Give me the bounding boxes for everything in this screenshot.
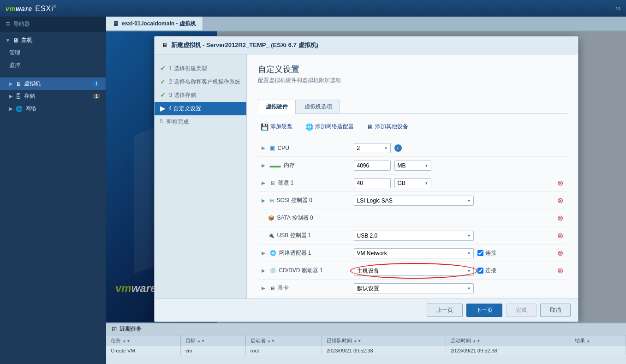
- scsi0-select[interactable]: LSI Logic SAS LSI Logic Parallel VMware …: [354, 196, 474, 206]
- memory-expand-icon[interactable]: ▶: [262, 163, 265, 168]
- disk1-input[interactable]: [354, 178, 391, 188]
- usb1-select[interactable]: USB 2.0 USB 3.0: [354, 231, 474, 241]
- modal-title-icon: 🖥: [162, 42, 167, 48]
- disk1-expand-icon[interactable]: ▶: [262, 180, 265, 185]
- display-select[interactable]: 默认设置: [354, 283, 474, 293]
- vms-label: 虚拟机: [24, 80, 41, 88]
- step2-check-icon: ✓: [160, 78, 166, 85]
- display-expand-icon[interactable]: ▶: [262, 286, 265, 291]
- col-initiator-sort-icon[interactable]: ▲▼: [267, 339, 275, 343]
- next-button[interactable]: 下一页: [466, 304, 502, 317]
- scsi0-label-text: SCSI 控制器 0: [277, 197, 312, 204]
- disk1-label-text: 硬盘 1: [278, 179, 294, 187]
- add-other-icon: 🖥: [367, 123, 373, 131]
- tasks-check-icon: ☑: [112, 326, 117, 333]
- cpu-select-wrap: 2: [354, 143, 391, 153]
- step3-check-icon: ✓: [160, 91, 166, 99]
- cpu-expand-icon[interactable]: ▶: [262, 145, 265, 150]
- add-nic-label: 添加网络适配器: [315, 123, 354, 131]
- display-label-text: 显卡: [278, 284, 289, 292]
- sidebar-item-storage[interactable]: ▶ 🗄 存储 1: [0, 90, 106, 102]
- col-result: 结果 ▲: [570, 335, 626, 346]
- task-row1-initiator: root: [245, 346, 322, 355]
- col-queued: 已排队时间 ▲▼: [322, 335, 446, 346]
- scsi0-expand-icon[interactable]: ▶: [262, 198, 265, 203]
- col-task: 任务 ▲▼: [106, 335, 180, 346]
- usb1-value: USB 2.0 USB 3.0: [354, 231, 554, 241]
- cancel-button[interactable]: 取消: [540, 304, 571, 317]
- main-layout: ☰ 导航器 ▼ 🖥 主机 管理 监控 ▶ 🖥 虚拟机 1 ▶ 🗄: [0, 17, 626, 364]
- modal-titlebar: 🖥 新建虚拟机 - Server2012R2_TEMP_ (ESXi 6.7 虚…: [155, 36, 578, 54]
- nic1-connect-checkbox[interactable]: [477, 250, 483, 256]
- modal-overlay: 🖥 新建虚拟机 - Server2012R2_TEMP_ (ESXi 6.7 虚…: [106, 31, 626, 322]
- cddvd1-label-text: CD/DVD 驱动器 1: [279, 267, 323, 274]
- disk1-delete-icon[interactable]: ⊗: [557, 179, 563, 187]
- sata0-label: 📦 SATA 控制器 0: [262, 214, 354, 222]
- modal-footer: 上一页 下一页 完成 取消: [155, 298, 578, 322]
- cddvd1-icon: 💿: [270, 268, 276, 274]
- cpu-select[interactable]: 2: [354, 143, 391, 153]
- finish-button[interactable]: 完成: [506, 304, 537, 317]
- sata0-label-text: SATA 控制器 0: [277, 214, 313, 222]
- wizard-content: 自定义设置 配置虚拟机硬件和虚拟机附加选项 虚拟硬件 虚拟机选项: [247, 54, 578, 298]
- sidebar-item-host[interactable]: ▼ 🖥 主机: [0, 34, 106, 47]
- disk1-unit-select[interactable]: GB TB: [394, 178, 431, 188]
- add-disk-btn[interactable]: 💾 添加硬盘: [258, 121, 295, 132]
- col-started-sort-icon[interactable]: ▲▼: [472, 339, 481, 343]
- nic1-value: VM Network 连接: [354, 248, 554, 258]
- main-tab[interactable]: 🖥 esxi-01.localdomain - 虚拟机: [106, 17, 203, 30]
- tab-icon: 🖥: [113, 20, 119, 27]
- col-result-sort-icon[interactable]: ▲: [586, 339, 590, 343]
- tab-label: esxi-01.localdomain - 虚拟机: [122, 20, 196, 28]
- col-task-sort-icon[interactable]: ▲▼: [122, 339, 131, 343]
- memory-input[interactable]: [354, 161, 391, 171]
- topbar: vmware ESXi® ro: [0, 0, 626, 17]
- step5-num: 5: [160, 118, 163, 125]
- app-logo: vmware ESXi®: [6, 4, 57, 13]
- step3-label: 3 选择存储: [169, 91, 196, 99]
- usb1-icon: 🔌: [268, 233, 274, 239]
- sidebar-item-monitor[interactable]: 监控: [0, 59, 106, 72]
- back-button[interactable]: 上一页: [427, 304, 463, 317]
- step-3: ✓ 3 选择存储: [155, 89, 246, 102]
- vms-icon: 🖥: [16, 81, 21, 87]
- col-target-sort-icon[interactable]: ▲▼: [197, 339, 205, 343]
- nic1-delete-icon[interactable]: ⊗: [557, 249, 563, 257]
- usb1-delete-icon[interactable]: ⊗: [557, 231, 563, 240]
- cddvd1-connect-label[interactable]: 连接: [485, 267, 496, 274]
- task-row1-started: 2023/09/21 09:52:38: [446, 346, 570, 355]
- nic1-expand-icon[interactable]: ▶: [262, 251, 265, 256]
- nic1-select[interactable]: VM Network: [354, 248, 474, 258]
- tab-virtual-hardware[interactable]: 虚拟硬件: [258, 100, 296, 114]
- add-nic-btn[interactable]: 🌐 添加网络适配器: [303, 121, 357, 132]
- disk1-value: GB TB: [354, 178, 554, 188]
- col-started: 启动时间 ▲▼: [446, 335, 570, 346]
- cpu-info-icon[interactable]: i: [394, 144, 402, 152]
- step-2: ✓ 2 选择名称和客户机操作系统: [155, 75, 246, 89]
- manage-label: 管理: [9, 49, 20, 57]
- sata0-delete-icon[interactable]: ⊗: [557, 214, 563, 222]
- nic1-connect-label[interactable]: 连接: [485, 249, 496, 257]
- add-other-btn[interactable]: 🖥 添加其他设备: [364, 121, 411, 132]
- sidebar-header: ☰ 导航器: [0, 17, 106, 32]
- hardware-toolbar: 💾 添加硬盘 🌐 添加网络适配器 🖥 添加其他设备: [258, 121, 567, 132]
- hw-row-usb1: 🔌 USB 控制器 1 USB 2.0 USB 3.0: [258, 227, 567, 245]
- cddvd1-connect-checkbox[interactable]: [477, 268, 483, 274]
- sidebar-item-network[interactable]: ▶ 🌐 网络: [0, 102, 106, 115]
- cddvd1-delete-icon[interactable]: ⊗: [557, 266, 563, 275]
- display-value: 默认设置: [354, 283, 563, 293]
- cddvd1-expand-icon[interactable]: ▶: [262, 268, 265, 273]
- tab-vm-options[interactable]: 虚拟机选项: [297, 100, 340, 113]
- col-queued-sort-icon[interactable]: ▲▼: [353, 339, 362, 343]
- disk1-label: ▶ 🖥 硬盘 1: [262, 179, 354, 187]
- scsi0-icon: ⊞: [270, 197, 274, 203]
- task-row1-target: vm: [180, 346, 245, 355]
- scsi0-delete-icon[interactable]: ⊗: [557, 196, 563, 205]
- memory-unit-select[interactable]: MB GB: [394, 161, 431, 171]
- cddvd1-select[interactable]: 主机设备 数据存储 ISO 文件 客户端设备: [354, 266, 474, 276]
- modal-title: 新建虚拟机 - Server2012R2_TEMP_ (ESXi 6.7 虚拟机…: [171, 41, 318, 49]
- sidebar-item-vms[interactable]: ▶ 🖥 虚拟机 1: [0, 78, 106, 90]
- add-other-label: 添加其他设备: [375, 123, 408, 131]
- memory-unit-wrap: MB GB: [394, 161, 431, 171]
- sidebar-item-manage[interactable]: 管理: [0, 47, 106, 59]
